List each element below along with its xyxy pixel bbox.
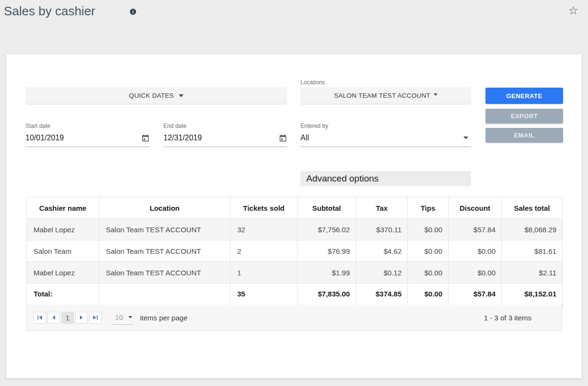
cell-location: Salon Team TEST ACCOUNT xyxy=(99,219,231,240)
column-header-location[interactable]: Location xyxy=(99,197,231,219)
cell-tickets-sold: 1 xyxy=(231,262,298,284)
end-date-field: End date xyxy=(163,123,287,147)
cell-subtotal: $1.99 xyxy=(298,262,356,284)
sales-by-cashier-table: Cashier name Location Tickets sold Subto… xyxy=(26,197,563,306)
cell-tickets-sold: 32 xyxy=(231,219,298,240)
info-icon[interactable]: i xyxy=(130,9,136,15)
last-page-icon xyxy=(92,315,98,320)
table-header-row: Cashier name Location Tickets sold Subto… xyxy=(27,197,563,219)
column-header-discount[interactable]: Discount xyxy=(449,197,502,219)
favorite-star-icon[interactable]: ☆ xyxy=(568,5,578,16)
previous-page-icon xyxy=(51,315,57,320)
end-date-input[interactable] xyxy=(163,134,259,142)
pager-range-info: 1 - 3 of 3 items xyxy=(484,314,531,322)
cell-tax: $0.12 xyxy=(356,262,408,284)
page-title: Sales by cashier xyxy=(4,4,95,19)
entered-by-label: Entered by xyxy=(300,123,471,129)
end-date-label: End date xyxy=(163,123,287,129)
chevron-down-icon xyxy=(434,93,438,96)
last-page-button[interactable] xyxy=(89,312,102,324)
previous-page-button[interactable] xyxy=(47,312,60,324)
cell-discount: $0.00 xyxy=(449,262,502,284)
email-button[interactable]: EMAIL xyxy=(485,128,563,143)
next-page-button[interactable] xyxy=(75,312,88,324)
current-page-button[interactable]: 1 xyxy=(61,312,74,324)
column-header-sales-total[interactable]: Sales total xyxy=(502,197,563,219)
locations-dropdown[interactable]: SALON TEAM TEST ACCOUNT xyxy=(300,87,471,104)
cell-location: Salon Team TEST ACCOUNT xyxy=(99,262,231,284)
cell-sales-total: $2.11 xyxy=(502,262,563,284)
cell-cashier-name: Mabel Lopez xyxy=(27,219,99,240)
export-button[interactable]: EXPORT xyxy=(485,109,563,124)
table-row[interactable]: Salon Team Salon Team TEST ACCOUNT 2 $76… xyxy=(27,240,563,262)
cell-tips: $0.00 xyxy=(408,240,449,262)
chevron-down-icon[interactable] xyxy=(463,136,468,139)
column-header-tax[interactable]: Tax xyxy=(356,197,408,219)
start-date-field: Start date xyxy=(25,123,150,147)
next-page-icon xyxy=(79,315,84,320)
chevron-down-icon xyxy=(128,316,132,318)
total-tips: $0.00 xyxy=(408,284,449,305)
table-total-row: Total: 35 $7,835.00 $374.85 $0.00 $57.84… xyxy=(27,284,563,305)
cell-tips: $0.00 xyxy=(408,262,449,284)
cell-tips: $0.00 xyxy=(408,219,449,240)
cell-tax: $370.11 xyxy=(356,219,408,240)
pagination-bar: 1 10 items per page 1 - 3 of 3 items xyxy=(26,305,562,331)
cell-tax: $4.62 xyxy=(356,240,408,262)
advanced-options-button[interactable]: Advanced options xyxy=(300,171,471,186)
calendar-icon[interactable] xyxy=(279,134,287,142)
quick-dates-button[interactable]: QUICK DATES xyxy=(25,87,287,104)
total-label: Total: xyxy=(27,284,99,305)
cell-sales-total: $81.61 xyxy=(502,240,563,262)
total-tickets-sold: 35 xyxy=(231,284,298,305)
cell-subtotal: $76.99 xyxy=(298,240,356,262)
table-row[interactable]: Mabel Lopez Salon Team TEST ACCOUNT 1 $1… xyxy=(27,262,563,284)
first-page-icon xyxy=(37,315,43,320)
cell-cashier-name: Mabel Lopez xyxy=(27,262,99,284)
total-tax: $374.85 xyxy=(356,284,408,305)
total-subtotal: $7,835.00 xyxy=(298,284,356,305)
quick-dates-label: QUICK DATES xyxy=(129,92,174,99)
cell-discount: $0.00 xyxy=(449,240,502,262)
cell-cashier-name: Salon Team xyxy=(27,240,99,262)
report-card: QUICK DATES Locations SALON TEAM TEST AC… xyxy=(6,54,582,378)
total-sales-total: $8,152.01 xyxy=(502,284,563,305)
column-header-cashier-name[interactable]: Cashier name xyxy=(27,197,99,219)
page-size-select[interactable]: 10 xyxy=(112,310,133,325)
cell-tickets-sold: 2 xyxy=(231,240,298,262)
pager-buttons: 1 xyxy=(34,312,102,324)
total-discount: $57.84 xyxy=(449,284,502,305)
page-size-value: 10 xyxy=(115,313,123,321)
generate-button[interactable]: GENERATE xyxy=(485,88,563,104)
table-row[interactable]: Mabel Lopez Salon Team TEST ACCOUNT 32 $… xyxy=(27,219,563,240)
chevron-down-icon xyxy=(179,94,184,97)
locations-label: Locations xyxy=(300,79,325,86)
total-location xyxy=(99,284,231,305)
entered-by-field[interactable]: Entered by All xyxy=(300,123,471,147)
start-date-label: Start date xyxy=(25,123,150,129)
locations-value: SALON TEAM TEST ACCOUNT xyxy=(334,92,430,99)
cell-sales-total: $8,068.29 xyxy=(502,219,563,240)
cell-location: Salon Team TEST ACCOUNT xyxy=(99,240,231,262)
column-header-subtotal[interactable]: Subtotal xyxy=(298,197,356,219)
first-page-button[interactable] xyxy=(34,312,46,324)
start-date-input[interactable] xyxy=(25,134,121,142)
column-header-tips[interactable]: Tips xyxy=(408,197,449,219)
calendar-icon[interactable] xyxy=(141,134,150,142)
cell-subtotal: $7,756.02 xyxy=(298,219,356,240)
items-per-page-label: items per page xyxy=(140,314,187,322)
cell-discount: $57.84 xyxy=(449,219,502,240)
entered-by-value: All xyxy=(300,134,309,142)
column-header-tickets-sold[interactable]: Tickets sold xyxy=(231,197,298,219)
